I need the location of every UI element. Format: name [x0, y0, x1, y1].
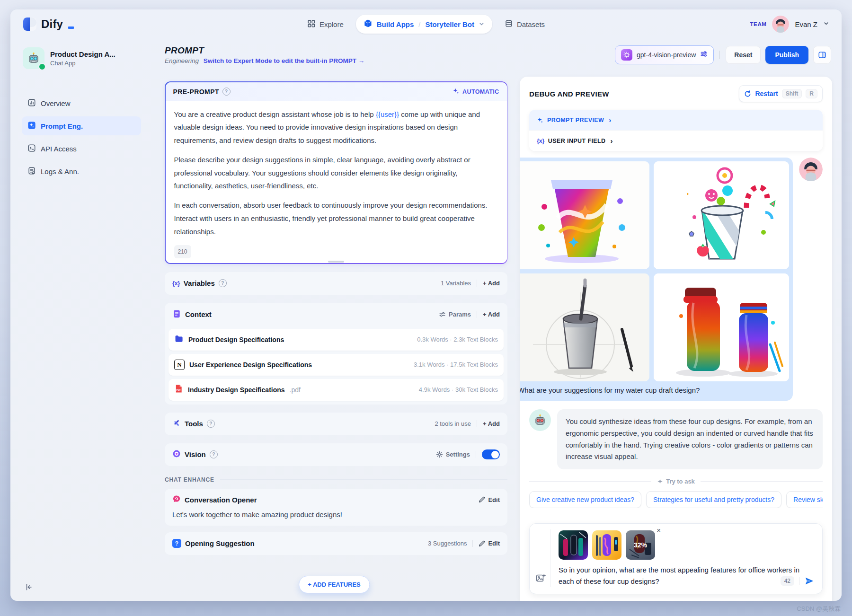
- add-features-button[interactable]: + ADD FEATURES: [299, 576, 370, 593]
- suggestion-chip[interactable]: Review sketch and: [786, 491, 823, 508]
- sidebar-item-api-access[interactable]: API Access: [22, 139, 141, 158]
- svg-text:PDF: PDF: [176, 388, 181, 391]
- context-doc-icon: [172, 309, 181, 320]
- reset-button[interactable]: Reset: [726, 46, 761, 64]
- suggestion-chip[interactable]: Give creative new product ideas?: [529, 491, 641, 508]
- nav-datasets[interactable]: Datasets: [505, 19, 545, 29]
- bot-message-bubble: You could synthesize ideas from these fo…: [557, 409, 823, 469]
- help-icon[interactable]: ?: [222, 88, 231, 96]
- nav-center: Explore Build Apps / Storyteller Bot: [307, 15, 545, 34]
- sparkle-icon: [657, 478, 663, 484]
- edit-opener-button[interactable]: Edit: [479, 496, 500, 503]
- vision-eye-icon: [172, 449, 181, 459]
- pencil-icon: [479, 540, 485, 547]
- divider: [477, 420, 477, 427]
- chat-area: What are your suggestions for my water c…: [520, 151, 832, 517]
- chat-input[interactable]: So in your opinion, what are the most ap…: [559, 564, 800, 587]
- sparkles-icon: [453, 88, 460, 96]
- user-avatar[interactable]: [772, 16, 789, 33]
- add-variable-button[interactable]: + Add: [483, 280, 500, 287]
- nav-right: TEAM Evan Z: [750, 16, 829, 33]
- context-item[interactable]: Product Design Specifications 0.3k Words…: [169, 329, 504, 351]
- help-icon[interactable]: ?: [210, 450, 218, 458]
- uploaded-image-cup-sketch[interactable]: [520, 273, 649, 381]
- send-button[interactable]: [804, 576, 815, 586]
- context-title: Context: [185, 310, 212, 318]
- model-selector[interactable]: gpt-4-vision-preview: [615, 45, 714, 64]
- pre-prompt-paragraph: You are a creative product design assist…: [174, 108, 498, 147]
- collapse-sidebar-button[interactable]: [22, 580, 36, 594]
- kbd-r: R: [806, 89, 817, 98]
- sidebar-item-logs[interactable]: Logs & Ann.: [22, 162, 141, 181]
- vision-toggle[interactable]: [482, 449, 500, 459]
- send-icon: [804, 576, 815, 586]
- expert-mode-link[interactable]: Switch to Expert Mode to edit the built-…: [204, 57, 365, 64]
- cube-icon: [364, 19, 373, 29]
- input-end-tools: 42: [781, 576, 815, 586]
- prompt-preview-block: PROMPT PREVIEW› {x} USER INPUT FIELD›: [529, 110, 823, 151]
- columns-icon: [818, 51, 826, 59]
- context-item-meta: 4.9k Words · 30k Text Blocks: [419, 386, 498, 393]
- sparkle-icon: [537, 117, 543, 123]
- sidebar-item-label: Overview: [41, 99, 71, 107]
- main-header: PROMPT Engineering Switch to Expert Mode…: [149, 39, 842, 77]
- subtitle-label: Engineering: [165, 57, 199, 64]
- chevron-down-icon[interactable]: [479, 20, 485, 28]
- app-card-text: Product Design A... Chat App: [50, 50, 115, 67]
- context-item[interactable]: PDF Industry Design Specifications.pdf 4…: [169, 379, 504, 401]
- remove-attachment-button[interactable]: ×: [657, 527, 661, 534]
- toggle-panel-button[interactable]: [813, 46, 831, 64]
- publish-button[interactable]: Publish: [765, 46, 808, 64]
- pre-prompt-editor[interactable]: You are a creative product design assist…: [166, 101, 507, 264]
- user-input-field-row[interactable]: {x} USER INPUT FIELD›: [529, 130, 823, 151]
- attachment-thumbnail[interactable]: [592, 530, 621, 560]
- help-icon[interactable]: ?: [207, 420, 215, 428]
- sidebar-item-prompt-eng[interactable]: Prompt Eng.: [22, 116, 141, 135]
- nav-explore[interactable]: Explore: [307, 19, 344, 29]
- variables-title: Variables: [184, 279, 215, 287]
- app-card[interactable]: Product Design A... Chat App: [22, 44, 141, 73]
- resize-handle[interactable]: [328, 261, 344, 263]
- sidebar-item-overview[interactable]: Overview: [22, 94, 141, 113]
- prompt-preview-row[interactable]: PROMPT PREVIEW›: [529, 110, 823, 130]
- sidebar: Product Design A... Chat App Overview: [10, 39, 149, 601]
- page-subtitle: Engineering Switch to Expert Mode to edi…: [165, 57, 364, 64]
- chevron-down-icon[interactable]: [823, 20, 829, 28]
- top-navbar: Dify Explore: [10, 9, 842, 39]
- char-count-badge: 210: [174, 245, 191, 258]
- bar-chart-icon: [27, 98, 36, 108]
- image-plus-icon: [535, 573, 546, 583]
- help-icon[interactable]: ?: [219, 279, 227, 287]
- opener-title: Conversation Opener: [185, 496, 257, 504]
- logo-cursor: [68, 26, 74, 29]
- gear-icon: [436, 451, 443, 458]
- attachment-thumbnail[interactable]: [559, 530, 588, 560]
- database-icon: [505, 19, 513, 29]
- bot-message: You could synthesize ideas from these fo…: [529, 409, 823, 469]
- suggestion-chip[interactable]: Strategies for useful and pretty product…: [646, 491, 781, 508]
- context-item[interactable]: N User Experience Design Specifications …: [169, 354, 504, 376]
- restart-button[interactable]: Restart Shift R: [739, 85, 823, 102]
- uploaded-image-tumblers[interactable]: [654, 273, 789, 381]
- add-image-button[interactable]: [535, 573, 546, 583]
- add-context-button[interactable]: + Add: [483, 311, 500, 318]
- add-tool-button[interactable]: + Add: [483, 420, 500, 427]
- uploaded-image-cup-colorful[interactable]: [520, 161, 649, 269]
- divider: [477, 311, 477, 318]
- automatic-label: AUTOMATIC: [462, 88, 499, 95]
- tools-icon: [172, 419, 181, 429]
- content-row: PRE-PROMPT ?: [149, 77, 842, 601]
- sidebar-item-label: Prompt Eng.: [41, 122, 83, 130]
- vision-settings-button[interactable]: Settings: [436, 451, 470, 458]
- divider: [477, 280, 477, 287]
- edit-suggestion-button[interactable]: Edit: [479, 540, 500, 547]
- params-button[interactable]: Params: [439, 311, 471, 318]
- automatic-button[interactable]: AUTOMATIC: [453, 88, 499, 96]
- nav-build-apps[interactable]: Build Apps / Storyteller Bot: [356, 15, 492, 34]
- model-name: gpt-4-vision-preview: [637, 51, 696, 59]
- attachment-thumbnail-uploading[interactable]: 32%: [626, 530, 655, 560]
- user-message: What are your suggestions for my water c…: [529, 158, 823, 401]
- chevron-right-icon: ›: [609, 116, 611, 123]
- uploaded-image-cup-candy[interactable]: [654, 161, 789, 269]
- divider: [799, 577, 799, 585]
